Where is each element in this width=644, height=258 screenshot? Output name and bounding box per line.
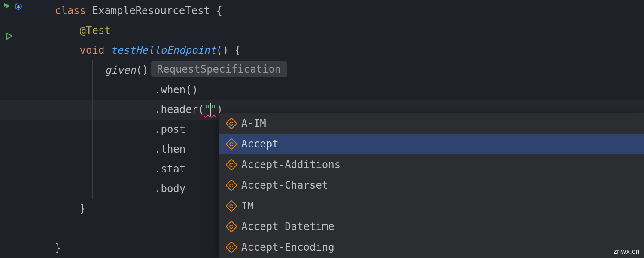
code-line[interactable]: class ExampleResourceTest { bbox=[30, 1, 644, 21]
brace: } bbox=[55, 242, 61, 254]
constant-icon: C bbox=[227, 160, 236, 169]
autocomplete-item[interactable]: C A-IM bbox=[219, 113, 644, 134]
gutter bbox=[0, 0, 30, 258]
autocomplete-label: A-IM bbox=[241, 117, 266, 129]
brace: } bbox=[80, 203, 86, 215]
autocomplete-label: Accept-Datetime bbox=[241, 221, 334, 233]
inline-hint: RequestSpecification bbox=[151, 61, 287, 77]
brace: { bbox=[210, 5, 222, 17]
string-close-quote: " bbox=[210, 104, 216, 116]
autocomplete-label: Accept bbox=[241, 138, 279, 150]
constant-icon: C bbox=[227, 181, 236, 190]
code-line[interactable]: .when() bbox=[30, 80, 644, 100]
method-decl: testHelloEndpoint bbox=[111, 44, 216, 56]
class-name: ExampleResourceTest bbox=[92, 5, 210, 17]
reload-icon[interactable] bbox=[14, 2, 23, 11]
autocomplete-item[interactable]: C Accept-Encoding bbox=[219, 237, 644, 258]
autocomplete-item[interactable]: C Accept-Datetime bbox=[219, 216, 644, 237]
constant-icon: C bbox=[227, 119, 236, 128]
code-line[interactable]: void testHelloEndpoint() { bbox=[30, 40, 644, 60]
constant-icon: C bbox=[227, 140, 236, 148]
method-call: post bbox=[161, 123, 185, 135]
annotation: @Test bbox=[80, 25, 111, 37]
keyword: class bbox=[55, 5, 86, 17]
autocomplete-popup[interactable]: C A-IM C Accept C Accept-Additions C Acc… bbox=[219, 113, 644, 258]
method-call: given bbox=[105, 64, 136, 76]
method-call: body bbox=[161, 183, 185, 195]
autocomplete-item[interactable]: C Accept-Charset bbox=[219, 175, 644, 196]
code-line[interactable]: @Test bbox=[30, 21, 644, 40]
code-editor[interactable]: class ExampleResourceTest { @Test void t… bbox=[0, 0, 644, 258]
method-call: when bbox=[161, 84, 185, 96]
method-call: header bbox=[161, 104, 198, 116]
autocomplete-label: Accept-Charset bbox=[241, 179, 328, 191]
run-all-icon[interactable] bbox=[3, 2, 11, 11]
method-call: then bbox=[161, 143, 185, 155]
watermark: znwx.cn bbox=[614, 248, 640, 255]
autocomplete-label: Accept-Additions bbox=[241, 159, 340, 171]
autocomplete-item-selected[interactable]: C Accept bbox=[219, 134, 644, 154]
constant-icon: C bbox=[227, 222, 236, 231]
autocomplete-label: Accept-Encoding bbox=[241, 241, 334, 253]
code-line[interactable]: given()RequestSpecification bbox=[30, 60, 644, 80]
autocomplete-label: IM bbox=[241, 200, 254, 212]
run-icon[interactable] bbox=[5, 32, 30, 40]
autocomplete-item[interactable]: C Accept-Additions bbox=[219, 154, 644, 175]
keyword: void bbox=[80, 44, 105, 56]
autocomplete-item[interactable]: C IM bbox=[219, 196, 644, 216]
constant-icon: C bbox=[227, 243, 236, 252]
constant-icon: C bbox=[227, 202, 236, 210]
code-area[interactable]: class ExampleResourceTest { @Test void t… bbox=[30, 0, 644, 258]
method-call: stat bbox=[161, 163, 185, 175]
string-open-quote: " bbox=[204, 104, 210, 116]
